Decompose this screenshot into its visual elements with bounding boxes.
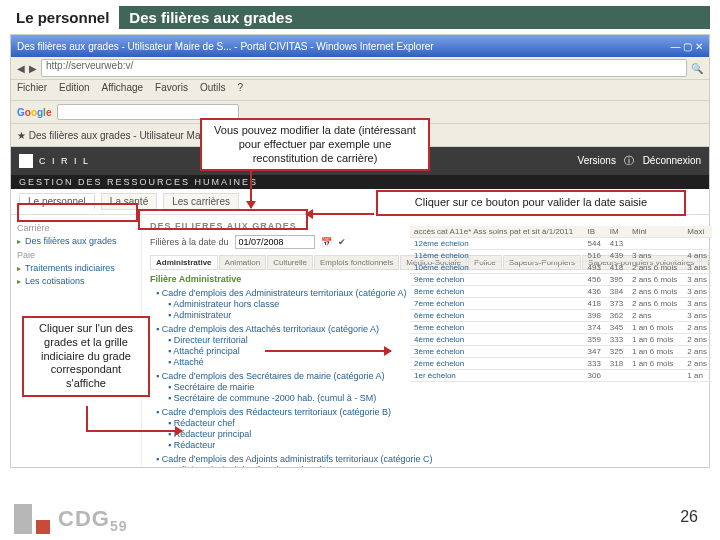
menu-item[interactable]: Favoris [155, 82, 188, 98]
grid-row: 6ème échelon3983622 ans3 ans [410, 310, 712, 322]
sidebar-item-cotisations[interactable]: ▸Les cotisations [17, 276, 135, 286]
grid-cell: 516 [584, 250, 606, 262]
calendar-icon[interactable]: 📅 [321, 237, 332, 247]
callout-arrow [265, 350, 391, 352]
grid-cell: 3 ans [683, 298, 712, 310]
grid-header: accès cat A11e* Ass soins pat et sit à/1… [410, 226, 584, 238]
grid-cell: 8ème échelon [410, 286, 584, 298]
grid-cell: 2 ans 6 mois [628, 274, 683, 286]
search-icon[interactable]: 🔍 [691, 63, 703, 74]
grid-cell: 325 [606, 346, 628, 358]
grid-cell: 10ème échelon [410, 262, 584, 274]
grid-row: 8ème échelon4363842 ans 6 mois3 ans [410, 286, 712, 298]
sidebar-item-traitements[interactable]: ▸Traitements indiciaires [17, 263, 135, 273]
grid-cell: 11ème échelon [410, 250, 584, 262]
grid-cell: 3 ans [683, 310, 712, 322]
grid-cell: 439 [606, 250, 628, 262]
grid-cell: 373 [606, 298, 628, 310]
menu-item[interactable]: Edition [59, 82, 90, 98]
filiere-tab[interactable]: Administrative [150, 255, 218, 270]
grid-cell: 2 ans 6 mois [628, 298, 683, 310]
grid-cell: 413 [606, 238, 628, 250]
callout-validate: Cliquer sur ce bouton pour valider la da… [376, 190, 686, 216]
nav-back-icon[interactable]: ◀ [17, 63, 25, 74]
grid-cell [683, 238, 712, 250]
grid-header: Maxi [683, 226, 712, 238]
grid-cell [606, 370, 628, 382]
grid-row: 5ème échelon3743451 an 6 mois2 ans [410, 322, 712, 334]
grid-cell: 3 ans [628, 250, 683, 262]
grid-cell: 2 ans [683, 322, 712, 334]
highlight-date-row [138, 209, 308, 230]
info-icon[interactable]: ⓘ [624, 155, 634, 166]
date-input[interactable] [235, 235, 315, 249]
validate-date-button[interactable]: ✔ [338, 237, 346, 247]
versions-link[interactable]: Versions [578, 155, 616, 166]
grid-cell: 1 an 6 mois [628, 334, 683, 346]
grid-cell: 3 ans [683, 262, 712, 274]
favorites-icon[interactable]: ★ [17, 130, 26, 141]
chevron-icon: ▸ [17, 237, 21, 246]
logout-link[interactable]: Déconnexion [643, 155, 701, 166]
grid-cell: 418 [606, 262, 628, 274]
grid-cell: 333 [606, 334, 628, 346]
grid-cell: 374 [584, 322, 606, 334]
sidebar-item-filieres[interactable]: ▸Des filières aux grades [17, 236, 135, 246]
slide-title-left: Le personnel [10, 6, 115, 29]
browser-menubar[interactable]: Fichier Edition Affichage Favoris Outils… [11, 80, 709, 101]
grade-link[interactable]: ▪ Rédacteur principal [168, 429, 701, 439]
grid-row: 4ème échelon3593331 an 6 mois2 ans [410, 334, 712, 346]
grid-cell: 3ème échelon [410, 346, 584, 358]
grid-cell: 1 an [683, 370, 712, 382]
address-bar[interactable]: http://serveurweb:v/ [41, 59, 687, 77]
browser-title-text: Des filières aux grades - Utilisateur Ma… [17, 41, 434, 52]
app-subtitle: GESTION DES RESSOURCES HUMAINES [11, 175, 709, 189]
browser-titlebar: Des filières aux grades - Utilisateur Ma… [11, 35, 709, 57]
grid-cell: 395 [606, 274, 628, 286]
chevron-icon: ▸ [17, 264, 21, 273]
grid-cell: 347 [584, 346, 606, 358]
grid-header: IM [606, 226, 628, 238]
grade-link[interactable]: ▪ Secrétaire de mairie [168, 382, 701, 392]
grade-link[interactable]: ▪ Secrétaire de commune -2000 hab. (cumu… [168, 393, 701, 403]
logo-block-icon [36, 520, 50, 534]
grid-cell: 3 ans [683, 286, 712, 298]
menu-item[interactable]: Outils [200, 82, 226, 98]
filiere-tab[interactable]: Culturelle [267, 255, 313, 270]
menu-item[interactable]: Fichier [17, 82, 47, 98]
grid-cell: 1 an 6 mois [628, 346, 683, 358]
app-brand: C I R I L [19, 154, 90, 168]
logo-text: CDG59 [58, 506, 127, 534]
menu-item[interactable]: Affichage [102, 82, 144, 98]
grid-cell: 436 [584, 286, 606, 298]
grid-header: Mini [628, 226, 683, 238]
grid-cell: 2 ans [628, 310, 683, 322]
grid-row: 1er échelon3061 an [410, 370, 712, 382]
grid-cell: 9ème échelon [410, 274, 584, 286]
grade-link[interactable]: ▪ Adjoint principal de 1ère classe (+E3) [168, 465, 701, 468]
grid-cell: 456 [584, 274, 606, 286]
menu-item[interactable]: ? [237, 82, 243, 98]
callout-date: Vous pouvez modifier la date (intéressan… [200, 118, 430, 171]
grid-row: 2ème échelon3333181 an 6 mois2 ans [410, 358, 712, 370]
grade-link[interactable]: ▪ Rédacteur [168, 440, 701, 450]
grid-cell: 2 ans [683, 358, 712, 370]
date-label: Filières à la date du [150, 237, 229, 247]
highlight-sidebar-item [17, 203, 138, 222]
footer-logo: CDG59 [14, 504, 127, 534]
grid-cell: 2 ans 6 mois [628, 262, 683, 274]
sidebar-header: Paie [17, 250, 135, 260]
grid-cell: 5ème échelon [410, 322, 584, 334]
filiere-tab[interactable]: Animation [219, 255, 267, 270]
callout-arrow [250, 166, 252, 208]
app-tab-carrieres[interactable]: Les carrières [163, 193, 239, 210]
grid-cell: 493 [584, 262, 606, 274]
filiere-tab[interactable]: Emplois fonctionnels [314, 255, 399, 270]
grid-cell: 544 [584, 238, 606, 250]
nav-fwd-icon[interactable]: ▶ [29, 63, 37, 74]
brand-square-icon [19, 154, 33, 168]
grid-cell: 2 ans 6 mois [628, 286, 683, 298]
window-controls: — ▢ ✕ [670, 41, 703, 52]
grade-link[interactable]: ▪ Rédacteur chef [168, 418, 701, 428]
grid-cell: 318 [606, 358, 628, 370]
